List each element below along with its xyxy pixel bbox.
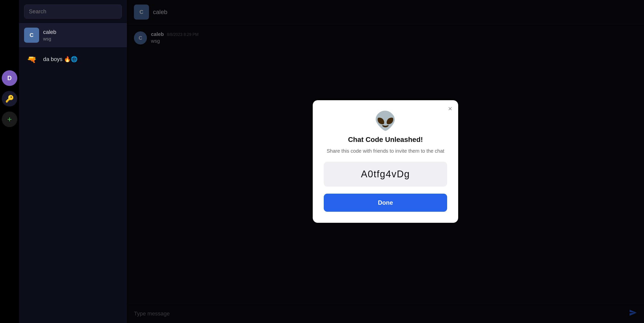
chat-name-da-boys: da boys 🔥🌐 — [43, 56, 77, 63]
chat-avatar-da-boys: 🔫 — [24, 52, 39, 67]
modal-alien-icon: 👽 — [374, 110, 397, 132]
chat-item-da-boys[interactable]: 🔫 da boys 🔥🌐 — [19, 47, 127, 71]
key-icon: 🔑 — [5, 95, 14, 103]
chat-code-modal: × 👽 Chat Code Unleashed! Share this code… — [313, 100, 458, 223]
chat-list-panel: C caleb wsg 🔫 da boys 🔥🌐 — [19, 0, 127, 323]
sidebar-icon-add[interactable]: + — [2, 112, 17, 127]
chat-item-caleb[interactable]: C caleb wsg — [19, 23, 127, 47]
modal-title: Chat Code Unleashed! — [348, 136, 423, 144]
done-button[interactable]: Done — [324, 194, 447, 212]
modal-overlay: × 👽 Chat Code Unleashed! Share this code… — [127, 0, 644, 323]
sidebar-icon-key[interactable]: 🔑 — [2, 91, 17, 106]
modal-close-button[interactable]: × — [448, 105, 452, 112]
chat-info-da-boys: da boys 🔥🌐 — [43, 56, 77, 63]
chat-info-caleb: caleb wsg — [43, 29, 56, 42]
add-icon: + — [7, 115, 12, 124]
chat-preview-caleb: wsg — [43, 36, 56, 42]
sidebar-icons: D 🔑 + — [0, 0, 19, 323]
sidebar-icon-d[interactable]: D — [2, 70, 17, 86]
sidebar-d-label: D — [7, 75, 12, 82]
chat-avatar-caleb: C — [24, 28, 39, 43]
modal-description: Share this code with friends to invite t… — [327, 147, 444, 155]
chat-name-caleb: caleb — [43, 29, 56, 35]
chat-code-display: A0tfg4vDg — [324, 162, 447, 187]
search-container — [19, 0, 127, 23]
chat-main: C caleb C caleb 8/8/2023 8:29 PM wsg — [127, 0, 644, 323]
search-input[interactable] — [24, 5, 122, 19]
